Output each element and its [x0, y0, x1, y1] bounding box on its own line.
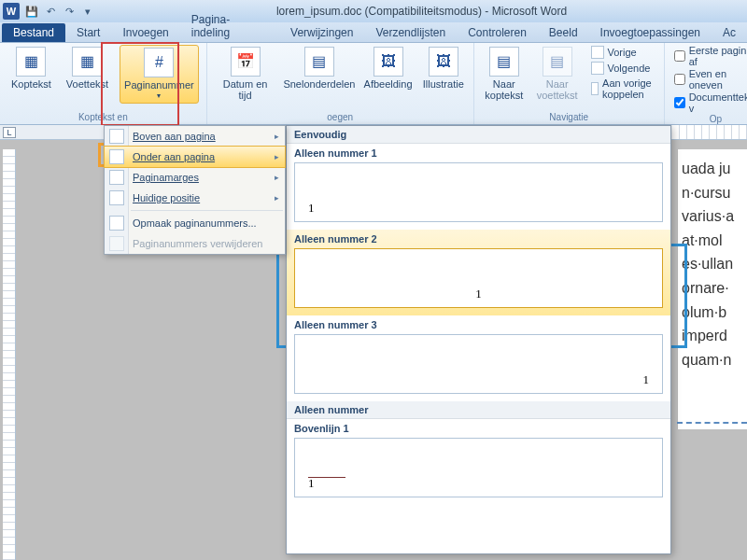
group-koptekst-voettekst: ▦Koptekst ▦Voettekst #Paginanummer▾ Kopt… — [0, 43, 207, 124]
tab-invoegen[interactable]: Invoegen — [111, 23, 179, 42]
pagenum-gallery: Eenvoudig Alleen nummer 1 1 Alleen numme… — [286, 125, 671, 554]
chk-documenttekst[interactable]: Documenttekst v — [672, 91, 747, 114]
app-icon: W — [3, 3, 20, 20]
next-icon — [591, 62, 604, 75]
gallery-item-alleen-nummer-3[interactable]: Alleen nummer 3 1 — [287, 315, 670, 401]
group-label-invoegen: oegen — [327, 112, 353, 124]
chevron-right-icon: ▸ — [275, 152, 279, 161]
qat-redo[interactable]: ↷ — [61, 3, 78, 20]
link-icon — [591, 82, 599, 95]
tab-bestand[interactable]: Bestand — [2, 23, 65, 42]
menu-verwijderen: Paginanummers verwijderen — [105, 233, 285, 254]
paginanummer-button[interactable]: #Paginanummer▾ — [120, 45, 199, 104]
page-pos-icon — [109, 190, 124, 205]
ribbon: ▦Koptekst ▦Voettekst #Paginanummer▾ Kopt… — [0, 43, 747, 125]
snelonderdelen-button[interactable]: ▤Snelonderdelen — [284, 45, 356, 91]
quick-access-toolbar: 💾 ↶ ↷ ▾ — [23, 3, 96, 20]
tab-beeld[interactable]: Beeld — [538, 23, 589, 42]
koptekst-button[interactable]: ▦Koptekst — [7, 45, 55, 91]
tab-selector[interactable]: L — [3, 127, 16, 138]
koppelen-button[interactable]: Aan vorige koppelen — [588, 77, 656, 101]
tab-controleren[interactable]: Controleren — [457, 23, 538, 42]
pagenum-icon: # — [144, 48, 174, 77]
voettekst-button[interactable]: ▦Voettekst — [63, 45, 112, 91]
group-label-navigatie: Navigatie — [549, 112, 588, 124]
chevron-down-icon: ▾ — [157, 92, 161, 101]
tab-invoegtoepassingen[interactable]: Invoegtoepassingen — [589, 23, 712, 42]
titlebar: W 💾 ↶ ↷ ▾ lorem_ipsum.doc (Compatibilite… — [0, 0, 747, 22]
tab-start[interactable]: Start — [65, 23, 111, 42]
qat-customize-icon[interactable]: ▾ — [79, 3, 96, 20]
prev-icon — [591, 46, 604, 59]
naar-koptekst-button[interactable]: ▤Naar koptekst — [482, 45, 527, 103]
gallery-item-bovenlijn-1[interactable]: Bovenlijn 1 1 — [287, 419, 670, 505]
goto-header-icon: ▤ — [489, 47, 519, 77]
illustratie-button[interactable]: 🖼Illustratie — [421, 45, 466, 91]
menu-paginamarges[interactable]: Paginamarges▸ — [105, 167, 285, 188]
page-bottom-icon — [109, 149, 124, 164]
clipart-icon: 🖼 — [429, 47, 458, 77]
format-icon — [109, 216, 124, 231]
chevron-right-icon: ▸ — [275, 173, 279, 182]
header-icon: ▦ — [16, 47, 46, 77]
quickparts-icon: ▤ — [304, 47, 334, 77]
footer-icon: ▦ — [72, 47, 102, 77]
menu-onder-aan-pagina[interactable]: Onder aan pagina▸ — [104, 146, 286, 168]
qat-undo[interactable]: ↶ — [42, 3, 59, 20]
goto-footer-icon: ▤ — [543, 47, 572, 77]
group-opties: Eerste pagina af Even en oneven Document… — [665, 43, 747, 124]
preview-num: 1 — [643, 372, 650, 387]
tab-verzendlijsten[interactable]: Verzendlijsten — [364, 23, 457, 42]
menu-separator — [131, 210, 283, 211]
gallery-section-eenvoudig: Eenvoudig — [287, 126, 670, 144]
group-label-koptekst: Koptekst en — [78, 112, 128, 124]
tab-overflow[interactable]: Ac — [712, 23, 747, 42]
picture-icon: 🖼 — [374, 47, 403, 77]
preview-num: 1 — [308, 201, 315, 216]
tab-pagina-indeling[interactable]: Pagina-indeling — [180, 10, 279, 42]
menu-huidige-positie[interactable]: Huidige positie▸ — [105, 188, 285, 208]
chk-even-oneven[interactable]: Even en oneven — [672, 68, 747, 91]
naar-voettekst-button[interactable]: ▤Naar voettekst — [534, 45, 581, 103]
chk-eerste-pagina[interactable]: Eerste pagina af — [672, 45, 747, 67]
ruler-vertical[interactable] — [3, 149, 16, 560]
gallery-item-alleen-nummer-2[interactable]: Alleen nummer 2 1 — [287, 230, 670, 315]
preview-num: 1 — [308, 476, 315, 491]
afbeelding-button[interactable]: 🖼Afbeelding — [362, 45, 413, 91]
remove-icon — [109, 236, 124, 251]
ribbon-tabs: Bestand Start Invoegen Pagina-indeling V… — [0, 22, 747, 43]
page-top-icon — [109, 129, 124, 144]
datum-button[interactable]: 📅Datum en tijd — [215, 45, 276, 103]
menu-boven-aan-pagina[interactable]: Boven aan pagina▸ — [105, 126, 285, 147]
calendar-icon: 📅 — [231, 47, 261, 77]
group-invoegen: 📅Datum en tijd ▤Snelonderdelen 🖼Afbeeldi… — [207, 43, 474, 124]
page-margin-icon — [109, 170, 124, 185]
document-text: uada jun·cursuvarius·a at·moles·ullanorn… — [677, 149, 747, 429]
gallery-item-alleen-nummer-1[interactable]: Alleen nummer 1 1 — [287, 144, 670, 230]
qat-save[interactable]: 💾 — [23, 3, 40, 20]
paginanummer-menu: Boven aan pagina▸ Onder aan pagina▸ Pagi… — [104, 125, 286, 255]
chevron-right-icon: ▸ — [275, 132, 279, 141]
menu-opmaak-paginanummers[interactable]: Opmaak paginanummers... — [105, 213, 285, 233]
preview-num: 1 — [475, 287, 482, 301]
vorige-button[interactable]: Vorige — [588, 45, 656, 60]
tab-verwijzingen[interactable]: Verwijzingen — [279, 23, 364, 42]
group-navigatie: ▤Naar koptekst ▤Naar voettekst Vorige Vo… — [474, 43, 665, 124]
footer-separator — [677, 422, 747, 424]
gallery-section-alleen-nummer: Alleen nummer — [287, 401, 670, 419]
volgende-button[interactable]: Volgende — [588, 61, 656, 76]
chevron-right-icon: ▸ — [275, 193, 279, 203]
